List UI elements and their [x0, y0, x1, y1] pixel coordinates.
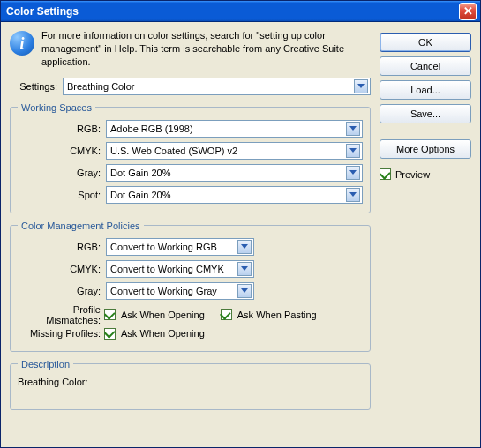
cmyk-label: CMYK:: [18, 146, 101, 156]
working-spaces-legend: Working Spaces: [18, 102, 95, 113]
dropdown-arrow-icon: [346, 166, 360, 180]
gray-select-value: Dot Gain 20%: [110, 168, 170, 178]
description-legend: Description: [18, 359, 73, 370]
ask-when-pasting-checkbox[interactable]: [221, 309, 232, 320]
more-options-button[interactable]: More Options: [380, 139, 471, 159]
save-button[interactable]: Save...: [380, 104, 471, 123]
help-text: For more information on color settings, …: [41, 29, 371, 69]
cmyk-select[interactable]: U.S. Web Coated (SWOP) v2: [106, 142, 363, 160]
dropdown-arrow-icon: [346, 144, 360, 158]
policies-rgb-value: Convert to Working RGB: [110, 242, 217, 252]
policies-gray-label: Gray:: [18, 286, 101, 296]
close-icon: ✕: [463, 5, 473, 17]
missing-ask-when-opening-label: Ask When Opening: [121, 328, 205, 339]
close-button[interactable]: ✕: [459, 3, 477, 20]
gray-label: Gray:: [18, 168, 101, 178]
rgb-select[interactable]: Adobe RGB (1998): [106, 120, 363, 138]
policies-cmyk-select[interactable]: Convert to Working CMYK: [106, 260, 254, 278]
preview-label: Preview: [395, 169, 430, 180]
policies-cmyk-label: CMYK:: [18, 264, 101, 274]
policies-legend: Color Management Policies: [18, 220, 144, 231]
policies-gray-select[interactable]: Convert to Working Gray: [106, 282, 254, 300]
profile-mismatches-label: Profile Mismatches:: [18, 304, 101, 325]
cancel-button[interactable]: Cancel: [380, 56, 471, 76]
dropdown-arrow-icon: [354, 79, 368, 93]
missing-ask-when-opening-checkbox[interactable]: [104, 328, 116, 340]
rgb-select-value: Adobe RGB (1998): [110, 123, 193, 134]
description-group: Description Breathing Color:: [10, 359, 371, 410]
main-column: i For more information on color settings…: [10, 29, 371, 417]
ask-when-opening-label: Ask When Opening: [121, 310, 205, 320]
policies-gray-value: Convert to Working Gray: [110, 286, 217, 296]
settings-label: Settings:: [10, 81, 57, 92]
preview-checkbox[interactable]: [380, 168, 391, 180]
missing-profiles-label: Missing Profiles:: [18, 328, 101, 339]
ok-button[interactable]: OK: [380, 33, 471, 52]
ask-when-pasting-label: Ask When Pasting: [237, 310, 317, 320]
dropdown-arrow-icon: [237, 262, 252, 276]
rgb-label: RGB:: [18, 123, 101, 134]
settings-row: Settings: Breathing Color: [10, 78, 371, 95]
cmyk-select-value: U.S. Web Coated (SWOP) v2: [110, 146, 237, 156]
button-column: OK Cancel Load... Save... More Options P…: [380, 29, 471, 417]
gray-select[interactable]: Dot Gain 20%: [106, 164, 363, 182]
color-settings-dialog: Color Settings ✕ i For more information …: [0, 0, 481, 448]
color-management-policies-group: Color Management Policies RGB: Convert t…: [10, 220, 371, 352]
window-title: Color Settings: [6, 5, 459, 18]
spot-select[interactable]: Dot Gain 20%: [106, 186, 363, 204]
info-icon: i: [10, 31, 34, 56]
settings-select-value: Breathing Color: [67, 81, 134, 92]
ask-when-opening-checkbox[interactable]: [104, 309, 116, 320]
policies-rgb-label: RGB:: [18, 242, 101, 252]
settings-select[interactable]: Breathing Color: [63, 78, 371, 95]
dropdown-arrow-icon: [346, 188, 360, 202]
spot-label: Spot:: [18, 190, 101, 200]
working-spaces-group: Working Spaces RGB: Adobe RGB (1998) CMY…: [10, 102, 371, 213]
load-button[interactable]: Load...: [380, 80, 471, 100]
titlebar: Color Settings ✕: [1, 1, 480, 22]
policies-cmyk-value: Convert to Working CMYK: [110, 264, 224, 274]
dropdown-arrow-icon: [346, 122, 360, 136]
help-row: i For more information on color settings…: [10, 29, 371, 69]
dropdown-arrow-icon: [237, 284, 252, 298]
content-area: i For more information on color settings…: [1, 22, 480, 426]
policies-rgb-select[interactable]: Convert to Working RGB: [106, 238, 254, 256]
spot-select-value: Dot Gain 20%: [110, 190, 170, 200]
dropdown-arrow-icon: [237, 240, 252, 254]
description-text: Breathing Color:: [18, 377, 363, 387]
